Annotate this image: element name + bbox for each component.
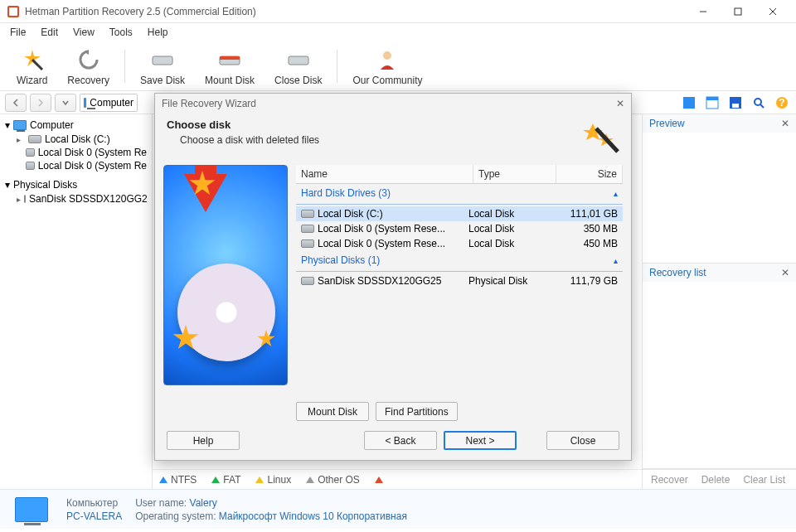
window-title: Hetman Partition Recovery 2.5 (Commercia… <box>25 6 687 17</box>
side-panels: Preview✕ Recovery list✕ Recover Delete C… <box>642 114 796 489</box>
menu-file[interactable]: File <box>3 25 32 40</box>
status-user-label: User name: <box>135 497 187 509</box>
view-tiles-button[interactable] <box>680 94 698 112</box>
back-button[interactable]: < Back <box>364 431 437 450</box>
panel-close-icon[interactable]: ✕ <box>781 267 789 278</box>
minimize-button[interactable] <box>687 2 720 22</box>
tree-label: Physical Disks <box>13 179 77 191</box>
toolbar-close-disk[interactable]: Close Disk <box>265 43 332 89</box>
panel-title: Recovery list <box>649 267 706 278</box>
nav-history-button[interactable] <box>55 94 76 112</box>
search-button[interactable] <box>750 94 768 112</box>
recovery-icon <box>75 46 102 73</box>
disk-icon <box>301 210 314 218</box>
svg-rect-16 <box>706 97 718 100</box>
tree-item-local-disk-c[interactable]: ▸Local Disk (C:) <box>2 133 150 146</box>
tree-item-sandisk[interactable]: ▸SanDisk SDSSDX120GG2 <box>2 192 150 206</box>
clear-list-action[interactable]: Clear List <box>740 474 789 486</box>
tree-group-computer[interactable]: ▾ Computer <box>2 118 150 133</box>
community-icon <box>374 46 400 73</box>
menu-edit[interactable]: Edit <box>34 25 65 40</box>
list-row[interactable]: SanDisk SDSSDX120GG25Physical Disk111,79… <box>296 273 623 288</box>
col-size[interactable]: Size <box>556 165 623 183</box>
col-type[interactable]: Type <box>473 165 556 183</box>
close-button[interactable] <box>756 2 789 22</box>
toolbar-community[interactable]: Our Community <box>342 43 432 89</box>
save-icon-button[interactable] <box>726 94 745 112</box>
computer-icon <box>84 98 86 108</box>
next-button[interactable]: Next > <box>444 431 517 450</box>
row-name: Local Disk 0 (System Rese... <box>318 223 445 235</box>
wizard-wand-icon <box>581 118 619 157</box>
toolbar: Wizard Recovery Save Disk Mount Disk Clo… <box>0 41 796 91</box>
svg-line-7 <box>32 60 42 70</box>
partition-legend: NTFS FAT Linux Other OS <box>153 469 642 489</box>
maximize-button[interactable] <box>721 2 755 22</box>
help-button[interactable]: Help <box>167 431 240 450</box>
toolbar-label: Our Community <box>352 75 422 86</box>
svg-rect-12 <box>289 56 308 65</box>
svg-point-13 <box>383 51 391 60</box>
list-row[interactable]: Local Disk 0 (System Rese...Local Disk45… <box>296 236 623 251</box>
triangle-icon <box>255 476 264 483</box>
toolbar-label: Wizard <box>17 75 47 86</box>
toolbar-wizard[interactable]: Wizard <box>7 43 57 89</box>
list-group-physical[interactable]: Physical Disks (1)▴ <box>296 251 623 269</box>
toolbar-separator <box>337 50 337 83</box>
status-os-label: Operating system: <box>135 510 216 522</box>
legend-other: Other OS <box>306 474 360 486</box>
collapse-icon: ▴ <box>614 256 618 265</box>
file-recovery-wizard-dialog: File Recovery Wizard ✕ Choose disk Choos… <box>154 93 632 461</box>
tree-label: Local Disk (C:) <box>45 133 110 145</box>
svg-rect-18 <box>732 104 739 108</box>
toolbar-mount-disk[interactable]: Mount Disk <box>195 43 265 89</box>
row-type: Physical Disk <box>468 275 551 287</box>
menu-tools[interactable]: Tools <box>103 25 139 40</box>
delete-action[interactable]: Delete <box>698 474 734 486</box>
view-details-button[interactable] <box>703 94 721 112</box>
legend-more[interactable] <box>375 476 383 483</box>
find-partitions-button[interactable]: Find Partitions <box>376 402 458 421</box>
collapse-icon: ▾ <box>5 179 10 191</box>
expand-icon: ▸ <box>17 135 25 144</box>
menu-view[interactable]: View <box>66 25 101 40</box>
list-row[interactable]: Local Disk 0 (System Rese...Local Disk35… <box>296 221 623 236</box>
nav-forward-button[interactable] <box>30 94 51 112</box>
toolbar-recovery[interactable]: Recovery <box>57 43 119 89</box>
titlebar: Hetman Partition Recovery 2.5 (Commercia… <box>0 0 796 23</box>
svg-text:?: ? <box>779 97 784 109</box>
menu-help[interactable]: Help <box>141 25 175 40</box>
nav-back-button[interactable] <box>5 94 27 112</box>
triangle-icon <box>375 476 383 483</box>
mount-disk-button[interactable]: Mount Disk <box>296 402 369 421</box>
disk-icon <box>24 195 26 203</box>
disk-save-icon <box>149 46 176 73</box>
address-bar[interactable]: Computer <box>80 94 138 112</box>
dialog-close-icon[interactable]: ✕ <box>616 98 624 109</box>
toolbar-save-disk[interactable]: Save Disk <box>130 43 195 89</box>
status-user: Valery <box>190 497 217 509</box>
tree-item-local-disk-0a[interactable]: Local Disk 0 (System Re <box>2 146 150 159</box>
toolbar-label: Mount Disk <box>205 75 255 86</box>
tree-group-physical-disks[interactable]: ▾ Physical Disks <box>2 177 150 192</box>
list-row[interactable]: Local Disk (C:)Local Disk111,01 GB <box>296 206 623 221</box>
disk-icon <box>301 225 314 233</box>
col-name[interactable]: Name <box>296 165 473 183</box>
recover-action[interactable]: Recover <box>648 474 692 486</box>
svg-line-25 <box>596 128 618 152</box>
tree-item-local-disk-0b[interactable]: Local Disk 0 (System Re <box>2 159 150 172</box>
legend-fat: FAT <box>211 474 240 486</box>
disk-icon <box>26 148 35 157</box>
dialog-close-button[interactable]: Close <box>546 431 619 450</box>
row-name: Local Disk 0 (System Rese... <box>318 238 445 249</box>
list-header: Name Type Size <box>296 165 623 184</box>
dialog-illustration <box>163 165 288 385</box>
svg-rect-11 <box>220 56 240 60</box>
toolbar-label: Recovery <box>67 75 109 86</box>
row-size: 111,79 GB <box>551 275 618 287</box>
tree-label: SanDisk SDSSDX120GG2 <box>29 193 148 205</box>
list-group-hdd[interactable]: Hard Disk Drives (3)▴ <box>296 184 623 202</box>
disk-icon <box>26 162 35 170</box>
panel-close-icon[interactable]: ✕ <box>781 118 789 129</box>
help-button[interactable]: ? <box>773 94 791 112</box>
